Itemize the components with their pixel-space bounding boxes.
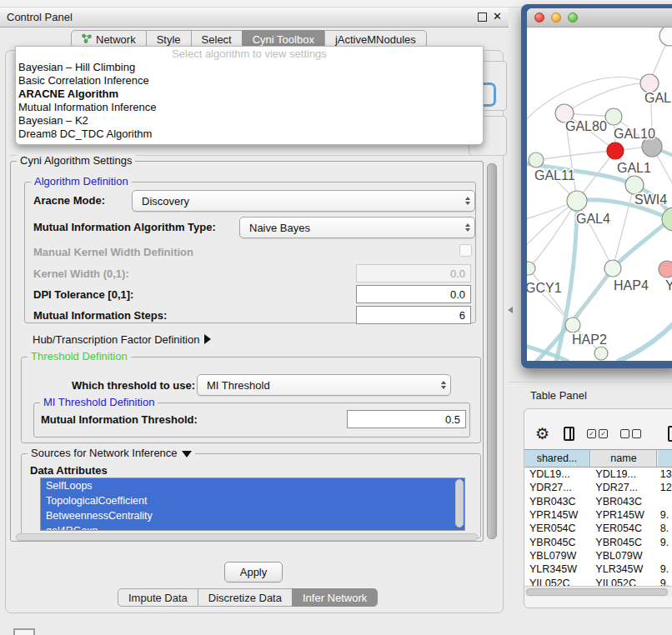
algorithm-option-bayesian-hill-climbing[interactable]: Bayesian – Hill Climbing bbox=[16, 61, 483, 74]
network-node[interactable] bbox=[607, 142, 624, 159]
table-cell: YER054C bbox=[590, 522, 654, 534]
network-node[interactable] bbox=[625, 176, 644, 194]
attribute-item-betweennesscentrality[interactable]: BetweennessCentrality bbox=[41, 508, 464, 523]
table-row[interactable]: YBR043CYBR043C bbox=[524, 495, 672, 508]
minimized-panel-chip[interactable] bbox=[13, 628, 35, 635]
algorithm-option-mutual-information-inference[interactable]: Mutual Information Inference bbox=[16, 101, 483, 114]
table-header: shared...name bbox=[524, 449, 672, 468]
checked-boxes-icon[interactable]: ✓✓ bbox=[587, 429, 608, 438]
table-cell: YBR043C bbox=[524, 496, 590, 508]
mi-steps-field[interactable]: 6 bbox=[356, 306, 471, 324]
combo-arrows-icon bbox=[465, 223, 470, 232]
close-traffic-light-icon[interactable] bbox=[534, 12, 544, 22]
tab-label: Cyni Toolbox bbox=[253, 33, 314, 46]
column-header-shared[interactable]: shared... bbox=[524, 450, 590, 467]
apply-button[interactable]: Apply bbox=[224, 562, 283, 582]
which-threshold-label: Which threshold to use: bbox=[72, 379, 195, 392]
page-icon[interactable] bbox=[668, 426, 672, 442]
control-panel-title: Control Panel bbox=[7, 11, 73, 23]
unchecked-boxes-icon[interactable] bbox=[620, 429, 641, 438]
network-node[interactable] bbox=[604, 260, 621, 277]
table-row[interactable]: YER054CYER054C8. bbox=[524, 522, 672, 535]
table-cell: YIL052C bbox=[590, 578, 654, 586]
table-row[interactable]: YPR145WYPR145W9. bbox=[524, 508, 672, 522]
tab-impute-data[interactable]: Impute Data bbox=[118, 588, 198, 607]
attribute-item-selfloops[interactable]: SelfLoops bbox=[41, 478, 464, 493]
which-threshold-combo[interactable]: MI Threshold bbox=[197, 374, 451, 396]
settings-vscrollbar-thumb[interactable] bbox=[487, 163, 497, 539]
attribute-item-topologicalcoefficient[interactable]: TopologicalCoefficient bbox=[41, 493, 464, 508]
network-node[interactable] bbox=[594, 347, 608, 360]
network-node[interactable] bbox=[605, 108, 622, 125]
network-window-titlebar[interactable] bbox=[527, 8, 672, 28]
application-window: Control Panel ✕ NetworkStyleSelectCyni T… bbox=[0, 0, 672, 635]
node-label-y: Y bbox=[665, 278, 672, 292]
combo-arrows-icon bbox=[465, 197, 470, 205]
table-cell: 9. bbox=[655, 578, 672, 586]
table-row[interactable]: YIL052CYIL052C9. bbox=[524, 576, 672, 586]
algorithm-dropdown-popup: Select algorithm to view settings Bayesi… bbox=[15, 46, 484, 145]
hub-definition-label: Hub/Transcription Factor Definition bbox=[33, 333, 199, 346]
table-row[interactable]: YLR345WYLR345W9. bbox=[524, 562, 672, 576]
tab-label: Style bbox=[157, 33, 181, 46]
table-row[interactable]: YBR045CYBR045C9. bbox=[524, 535, 672, 548]
attributes-list-scrollbar-thumb[interactable] bbox=[455, 479, 464, 528]
column-header-name[interactable]: name bbox=[591, 450, 657, 467]
node-label-gal1: GAL1 bbox=[617, 161, 651, 175]
table-cell: YDR27... bbox=[524, 482, 590, 493]
algorithm-option-bayesian-k2[interactable]: Bayesian – K2 bbox=[16, 114, 483, 128]
aracne-mode-combo[interactable]: Discovery bbox=[132, 190, 475, 212]
attribute-item-gal4rgexp[interactable]: gal4RGexp bbox=[41, 523, 464, 531]
manual-kernel-width-checkbox[interactable] bbox=[459, 244, 472, 257]
table-rows[interactable]: YDL19...YDL19...13YDR27...YDR27...12YBR0… bbox=[524, 468, 672, 586]
settings-hscrollbar-thumb[interactable] bbox=[16, 533, 478, 541]
hub-definition-toggle[interactable]: Hub/Transcription Factor Definition bbox=[33, 333, 211, 346]
network-node[interactable] bbox=[565, 318, 580, 332]
network-node[interactable] bbox=[527, 262, 535, 275]
table-row[interactable]: YDL19...YDL19...13 bbox=[524, 468, 672, 481]
network-node[interactable] bbox=[567, 191, 587, 211]
table-cell: YPR145W bbox=[590, 509, 654, 521]
splitpane-resize-arrow[interactable] bbox=[508, 307, 513, 313]
algorithm-dropdown-items: Bayesian – Hill ClimbingBasic Correlatio… bbox=[16, 61, 483, 141]
mutual-information-threshold-field[interactable]: 0.5 bbox=[347, 410, 466, 428]
network-node[interactable] bbox=[659, 261, 672, 278]
dpi-tolerance-field[interactable]: 0.0 bbox=[356, 285, 471, 303]
zoom-traffic-light-icon[interactable] bbox=[568, 12, 578, 22]
network-node[interactable] bbox=[529, 152, 544, 168]
table-cell: YLR345W bbox=[590, 563, 654, 575]
algorithm-option-dream8-dc-tdc-algorithm[interactable]: Dream8 DC_TDC Algorithm bbox=[16, 128, 483, 141]
node-label-swi4: SWI4 bbox=[634, 192, 667, 207]
table-panel-title: Table Panel bbox=[530, 389, 587, 402]
tab-infer-network[interactable]: Infer Network bbox=[292, 588, 378, 607]
network-canvas[interactable]: GALGAL80GAL10GAL1GAL11SWI4GAL4GCY1HAP4YH… bbox=[527, 28, 672, 361]
mi-algorithm-type-combo[interactable]: Naive Bayes bbox=[239, 217, 475, 238]
columns-icon[interactable] bbox=[564, 427, 574, 441]
algorithm-option-aracne-algorithm[interactable]: ARACNE Algorithm bbox=[16, 88, 483, 101]
column-header-2[interactable] bbox=[658, 450, 672, 467]
table-cell: 9. bbox=[655, 509, 672, 521]
minimize-traffic-light-icon[interactable] bbox=[551, 12, 561, 22]
algorithm-dropdown-prompt: Select algorithm to view settings bbox=[16, 47, 483, 61]
kernel-width-label: Kernel Width (0,1): bbox=[33, 268, 129, 280]
table-cell: YDR27... bbox=[590, 482, 654, 493]
data-attributes-list[interactable]: SelfLoopsTopologicalCoefficientBetweenne… bbox=[40, 478, 465, 531]
mi-threshold-definition-legend: MI Threshold Definition bbox=[40, 396, 158, 408]
table-row[interactable]: YDR27...YDR27...12 bbox=[524, 481, 672, 494]
float-window-icon[interactable] bbox=[478, 12, 487, 22]
tab-discretize-data[interactable]: Discretize Data bbox=[198, 588, 293, 607]
close-icon[interactable]: ✕ bbox=[493, 10, 502, 22]
table-toolbar: ⚙ ✓✓ bbox=[524, 419, 672, 448]
network-node[interactable] bbox=[659, 28, 672, 46]
table-cell: YBL079W bbox=[524, 550, 590, 562]
table-row[interactable]: YBL079WYBL079W bbox=[524, 549, 672, 562]
node-label-gcy1: GCY1 bbox=[527, 281, 562, 295]
manual-kernel-width-label: Manual Kernel Width Definition bbox=[33, 246, 193, 258]
network-node[interactable] bbox=[640, 74, 659, 92]
mi-algorithm-type-label: Mutual Information Algorithm Type: bbox=[33, 221, 216, 233]
table-hscrollbar[interactable] bbox=[524, 586, 672, 597]
algorithm-option-basic-correlation-inference[interactable]: Basic Correlation Inference bbox=[16, 74, 483, 88]
node-label-gal80: GAL80 bbox=[565, 119, 607, 133]
gear-icon[interactable]: ⚙ bbox=[535, 424, 549, 443]
table-hscrollbar-thumb[interactable] bbox=[526, 588, 668, 596]
